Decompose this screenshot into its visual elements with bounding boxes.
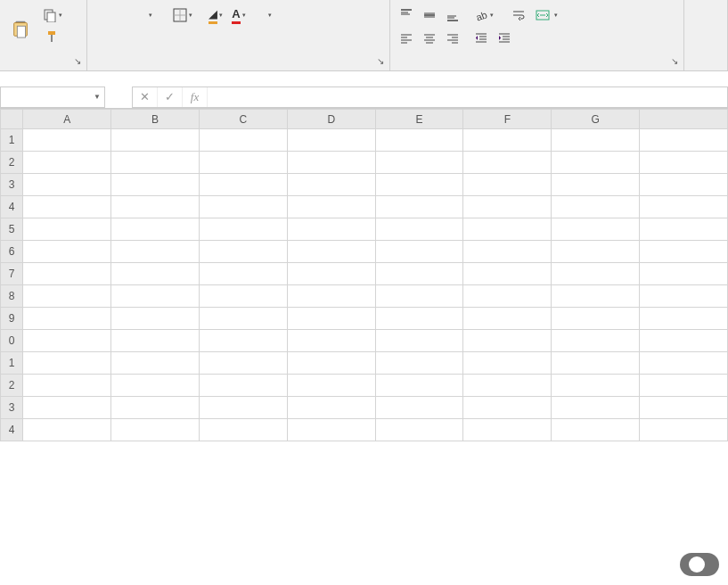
col-header-E[interactable]: E	[375, 110, 463, 129]
bold-button[interactable]	[93, 5, 114, 25]
cell-F12[interactable]	[463, 375, 552, 397]
cell-H11[interactable]	[640, 352, 728, 375]
cell-G2[interactable]	[552, 152, 640, 174]
cell-F13[interactable]	[463, 397, 552, 419]
cell-B7[interactable]	[111, 263, 200, 285]
align-right-button[interactable]	[442, 29, 463, 48]
row-header-6[interactable]: 6	[1, 241, 23, 263]
format-painter-button[interactable]	[39, 27, 66, 46]
cell-A8[interactable]	[23, 285, 111, 308]
fx-button[interactable]: fx	[183, 87, 208, 107]
accept-formula-button[interactable]: ✓	[158, 87, 183, 107]
cell-G12[interactable]	[552, 375, 640, 397]
font-color-button[interactable]: A▾	[228, 5, 249, 25]
align-left-button[interactable]	[396, 29, 417, 48]
cell-D14[interactable]	[287, 419, 375, 441]
cell-A3[interactable]	[23, 174, 111, 196]
cell-H12[interactable]	[640, 375, 728, 397]
cell-D7[interactable]	[287, 263, 375, 285]
cell-F2[interactable]	[463, 152, 552, 174]
cell-D5[interactable]	[287, 218, 375, 241]
cell-H4[interactable]	[640, 196, 728, 218]
spreadsheet-grid[interactable]: ABCDEFG 12345678901234	[0, 109, 728, 441]
row-header-5[interactable]: 5	[1, 218, 23, 241]
cell-G3[interactable]	[552, 174, 640, 196]
merge-center-button[interactable]: ▾	[531, 5, 562, 25]
name-box[interactable]: ▼	[0, 87, 105, 108]
cell-H2[interactable]	[640, 152, 728, 174]
cell-A1[interactable]	[23, 129, 111, 152]
cell-G10[interactable]	[552, 330, 640, 352]
align-launcher-icon[interactable]: ↘	[669, 56, 680, 67]
align-bottom-button[interactable]	[442, 5, 463, 25]
copy-button[interactable]: ▾	[39, 5, 66, 25]
col-header-C[interactable]: C	[199, 110, 287, 129]
cell-C5[interactable]	[199, 218, 287, 241]
cell-H7[interactable]	[640, 263, 728, 285]
cell-C14[interactable]	[199, 419, 287, 441]
cell-H1[interactable]	[640, 129, 728, 152]
paste-button[interactable]	[5, 5, 36, 54]
cell-A7[interactable]	[23, 263, 111, 285]
col-header-G[interactable]: G	[552, 110, 640, 129]
cell-C8[interactable]	[199, 285, 287, 308]
align-middle-button[interactable]	[419, 5, 440, 25]
row-header-8[interactable]: 8	[1, 285, 23, 308]
cell-E12[interactable]	[375, 375, 463, 397]
row-header-2[interactable]: 2	[1, 152, 23, 174]
cell-C11[interactable]	[199, 352, 287, 375]
cell-E1[interactable]	[375, 129, 463, 152]
cell-E3[interactable]	[375, 174, 463, 196]
cell-H8[interactable]	[640, 285, 728, 308]
cell-E14[interactable]	[375, 419, 463, 441]
cell-A12[interactable]	[23, 375, 111, 397]
cell-H13[interactable]	[640, 397, 728, 419]
col-header-D[interactable]: D	[287, 110, 375, 129]
cell-E8[interactable]	[375, 285, 463, 308]
italic-button[interactable]	[116, 5, 137, 25]
row-header-10[interactable]: 0	[1, 330, 23, 352]
cell-H3[interactable]	[640, 174, 728, 196]
col-header-B[interactable]: B	[111, 110, 200, 129]
cell-A5[interactable]	[23, 218, 111, 241]
cell-D1[interactable]	[287, 129, 375, 152]
cell-G1[interactable]	[552, 129, 640, 152]
cell-B1[interactable]	[111, 129, 200, 152]
orientation-button[interactable]: ab▾	[470, 5, 497, 25]
cell-A14[interactable]	[23, 419, 111, 441]
cell-D13[interactable]	[287, 397, 375, 419]
cell-B11[interactable]	[111, 352, 200, 375]
cell-D3[interactable]	[287, 174, 375, 196]
cell-D9[interactable]	[287, 308, 375, 330]
cell-F5[interactable]	[463, 218, 552, 241]
cell-G8[interactable]	[552, 285, 640, 308]
select-all-corner[interactable]	[1, 110, 23, 129]
cell-A13[interactable]	[23, 397, 111, 419]
row-header-1[interactable]: 1	[1, 129, 23, 152]
cell-C2[interactable]	[199, 152, 287, 174]
cell-D6[interactable]	[287, 241, 375, 263]
cell-H9[interactable]	[640, 308, 728, 330]
cell-E11[interactable]	[375, 352, 463, 375]
cell-B9[interactable]	[111, 308, 200, 330]
cell-B14[interactable]	[111, 419, 200, 441]
cell-E10[interactable]	[375, 330, 463, 352]
cell-A2[interactable]	[23, 152, 111, 174]
cell-B13[interactable]	[111, 397, 200, 419]
cell-C12[interactable]	[199, 375, 287, 397]
cell-B12[interactable]	[111, 375, 200, 397]
cell-F8[interactable]	[463, 285, 552, 308]
align-center-button[interactable]	[419, 29, 440, 48]
cell-F10[interactable]	[463, 330, 552, 352]
phonetic-button[interactable]: ▾	[258, 5, 280, 25]
wrap-text-button[interactable]	[508, 5, 529, 25]
col-header-F[interactable]: F	[463, 110, 552, 129]
cell-G5[interactable]	[552, 218, 640, 241]
cell-D10[interactable]	[287, 330, 375, 352]
cell-A4[interactable]	[23, 196, 111, 218]
cell-C4[interactable]	[199, 196, 287, 218]
cell-D2[interactable]	[287, 152, 375, 174]
cell-H14[interactable]	[640, 419, 728, 441]
cell-B10[interactable]	[111, 330, 200, 352]
row-header-12[interactable]: 2	[1, 375, 23, 397]
